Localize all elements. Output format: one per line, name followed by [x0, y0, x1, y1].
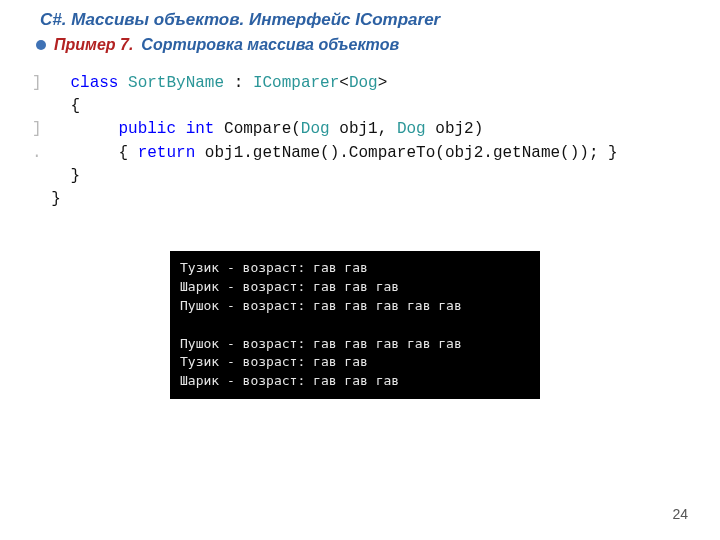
code-text	[42, 144, 119, 162]
code-text: Compare(	[224, 120, 301, 138]
console-line: Тузик - возраст: гав гав	[180, 354, 368, 369]
code-type: Dog	[301, 120, 330, 138]
example-label: Пример 7.	[54, 36, 133, 54]
code-type: IComparer	[253, 74, 339, 92]
code-text: :	[224, 74, 253, 92]
code-keyword: return	[138, 144, 196, 162]
bullet-icon	[36, 40, 46, 50]
code-text: <	[339, 74, 349, 92]
console-line: Шарик - возраст: гав гав гав	[180, 373, 399, 388]
code-type: Dog	[397, 120, 426, 138]
gutter-mark: ]	[32, 120, 42, 138]
console-line: Шарик - возраст: гав гав гав	[180, 279, 399, 294]
code-type: SortByName	[128, 74, 224, 92]
code-text: obj1,	[330, 120, 397, 138]
code-text: {	[32, 97, 80, 115]
slide-title: С#. Массивы объектов. Интерфейс ICompare…	[40, 10, 690, 30]
console-line: Тузик - возраст: гав гав	[180, 260, 368, 275]
subtitle-row: Пример 7. Сортировка массива объектов	[36, 36, 690, 54]
code-text	[42, 120, 119, 138]
code-type: Dog	[349, 74, 378, 92]
code-keyword: class	[70, 74, 118, 92]
console-line: Пушок - возраст: гав гав гав гав гав	[180, 298, 462, 313]
gutter-mark: .	[32, 144, 42, 162]
code-text: }	[32, 190, 61, 208]
code-block: ] class SortByName : IComparer<Dog> { ] …	[32, 72, 690, 211]
code-text: obj2)	[426, 120, 484, 138]
code-text: }	[32, 167, 80, 185]
code-text: {	[118, 144, 137, 162]
console-line: Пушок - возраст: гав гав гав гав гав	[180, 336, 462, 351]
gutter-mark: ]	[32, 74, 42, 92]
code-text: obj1.getName().CompareTo(obj2.getName())…	[195, 144, 617, 162]
page-number: 24	[672, 506, 688, 522]
code-keyword: public int	[118, 120, 214, 138]
code-text	[214, 120, 224, 138]
example-title: Сортировка массива объектов	[141, 36, 399, 54]
code-text: >	[378, 74, 388, 92]
console-output: Тузик - возраст: гав гав Шарик - возраст…	[170, 251, 540, 399]
